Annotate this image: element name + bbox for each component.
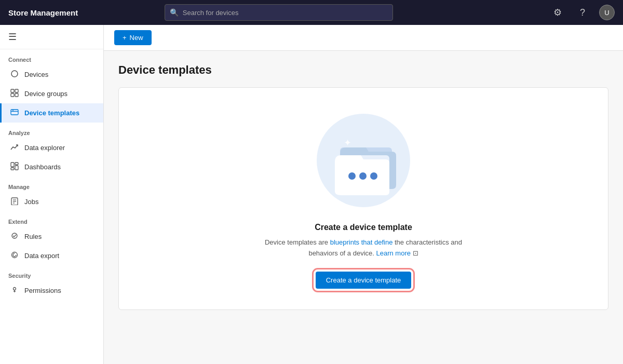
data-explorer-icon xyxy=(10,143,19,153)
sidebar-item-label: Data export xyxy=(24,252,59,260)
sidebar-item-label: Device templates xyxy=(24,109,79,117)
sidebar-item-label: Jobs xyxy=(24,198,38,206)
svg-point-25 xyxy=(348,172,356,180)
new-icon: + xyxy=(123,34,127,42)
svg-rect-8 xyxy=(11,163,14,167)
new-label: New xyxy=(130,34,143,42)
svg-rect-10 xyxy=(11,168,14,170)
permissions-icon xyxy=(10,286,19,295)
section-manage: Manage xyxy=(0,177,103,192)
avatar[interactable]: U xyxy=(599,5,615,20)
sidebar-item-label: Permissions xyxy=(24,287,61,294)
rules-icon xyxy=(10,232,19,241)
sidebar-item-label: Devices xyxy=(24,71,48,78)
layout: ☰ Connect Devices Device groups Device t… xyxy=(0,25,623,364)
toolbar: + New xyxy=(104,25,623,51)
section-connect: Connect xyxy=(0,49,103,65)
sidebar-item-rules[interactable]: Rules xyxy=(0,227,103,246)
topbar: Store Management 🔍 ⚙ ? U xyxy=(0,0,623,25)
search-container: 🔍 xyxy=(165,4,393,21)
device-groups-icon xyxy=(10,89,19,99)
svg-point-0 xyxy=(11,71,18,77)
section-analyze: Analyze xyxy=(0,123,103,138)
empty-description: Device templates are blueprints that def… xyxy=(260,237,467,259)
sidebar-item-label: Rules xyxy=(24,233,42,240)
sidebar-item-data-explorer[interactable]: Data explorer xyxy=(0,138,103,157)
sidebar-item-permissions[interactable]: Permissions xyxy=(0,281,103,300)
sidebar-item-label: Device groups xyxy=(24,90,67,98)
new-button[interactable]: + New xyxy=(114,30,152,45)
data-export-icon xyxy=(10,251,19,261)
search-icon: 🔍 xyxy=(170,8,179,17)
sidebar-toggle[interactable]: ☰ xyxy=(0,25,103,49)
content-area: Device templates ✦ xyxy=(104,51,623,364)
svg-point-17 xyxy=(12,252,18,258)
empty-state-card: ✦ Create a device template Device templa… xyxy=(118,87,608,310)
page-title: Device templates xyxy=(118,63,608,77)
learn-more-link[interactable]: Learn more xyxy=(376,249,410,257)
svg-rect-2 xyxy=(15,89,18,92)
devices-icon xyxy=(10,70,19,79)
section-security: Security xyxy=(0,265,103,281)
svg-point-18 xyxy=(13,288,16,290)
sidebar: ☰ Connect Devices Device groups Device t… xyxy=(0,25,104,364)
description-text: Device templates are blueprints that def… xyxy=(265,238,462,257)
external-link-icon: ⊡ xyxy=(413,249,418,257)
svg-rect-11 xyxy=(15,166,18,170)
sidebar-item-label: Dashboards xyxy=(24,163,61,171)
svg-rect-1 xyxy=(11,89,14,92)
help-icon[interactable]: ? xyxy=(574,4,591,21)
dashboards-icon xyxy=(10,162,19,172)
svg-rect-3 xyxy=(11,93,14,97)
sidebar-item-device-templates[interactable]: Device templates xyxy=(0,103,103,123)
jobs-icon xyxy=(10,197,19,207)
settings-icon[interactable]: ⚙ xyxy=(549,4,566,21)
create-device-template-button[interactable]: Create a device template xyxy=(316,272,412,289)
device-templates-icon xyxy=(10,108,19,118)
empty-title: Create a device template xyxy=(315,223,412,232)
sidebar-item-device-groups[interactable]: Device groups xyxy=(0,84,103,103)
empty-illustration: ✦ xyxy=(312,109,415,212)
sidebar-item-label: Data explorer xyxy=(24,144,65,152)
section-extend: Extend xyxy=(0,211,103,227)
app-title: Store Management xyxy=(8,8,78,17)
svg-point-26 xyxy=(359,172,367,180)
svg-point-16 xyxy=(12,233,17,238)
topbar-right: ⚙ ? U xyxy=(549,4,615,21)
svg-point-27 xyxy=(370,172,377,180)
sidebar-item-dashboards[interactable]: Dashboards xyxy=(0,157,103,177)
search-input[interactable] xyxy=(165,4,393,21)
sidebar-item-data-export[interactable]: Data export xyxy=(0,246,103,265)
svg-rect-4 xyxy=(15,93,18,97)
svg-rect-5 xyxy=(11,110,18,115)
sidebar-item-devices[interactable]: Devices xyxy=(0,65,103,84)
main-content: + New Device templates ✦ xyxy=(104,25,623,364)
sidebar-item-jobs[interactable]: Jobs xyxy=(0,192,103,211)
svg-text:✦: ✦ xyxy=(344,138,351,148)
svg-rect-9 xyxy=(15,163,18,165)
